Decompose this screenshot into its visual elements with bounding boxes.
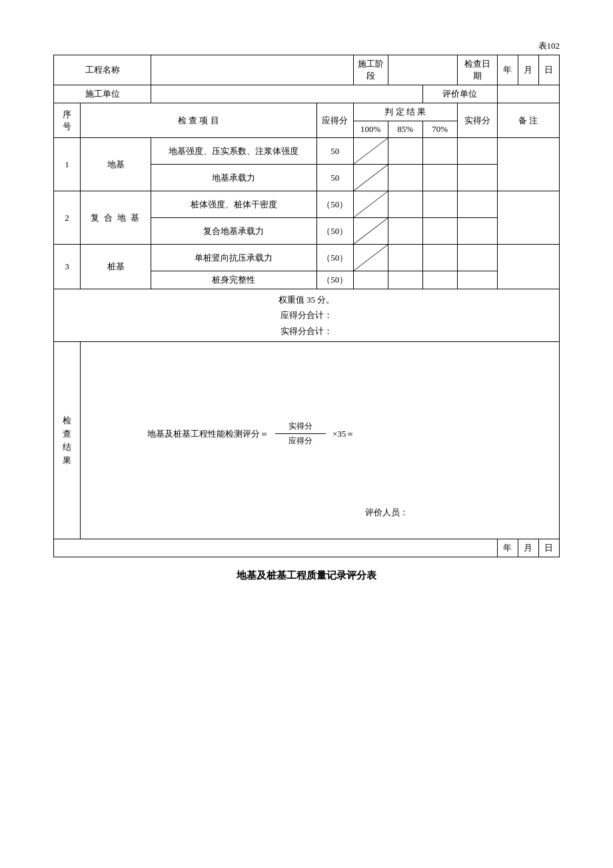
item-3a-pct85 xyxy=(388,245,422,271)
item-1b-actual xyxy=(457,165,497,191)
evaluation-unit-label: 评价单位 xyxy=(422,85,497,103)
construction-stage-value xyxy=(388,55,457,85)
year-label: 年 xyxy=(497,55,518,85)
char-result2: 果 xyxy=(63,455,71,467)
fraction: 实得分 应得分 xyxy=(275,421,326,447)
formula-line: 地基及桩基工程性能检测评分＝ 实得分 应得分 ×35＝ xyxy=(94,421,546,447)
item-3a-score: （50） xyxy=(316,245,353,271)
char-result1: 结 xyxy=(63,441,71,453)
footer-month: 月 xyxy=(518,539,538,557)
item-1b-pct85 xyxy=(388,165,422,191)
item-2b-score: （50） xyxy=(316,218,353,245)
evaluator-label: 评价人员： xyxy=(365,507,408,517)
svg-line-4 xyxy=(354,245,388,271)
seq-1: 1 xyxy=(54,138,81,191)
category-1: 地基 xyxy=(81,138,151,191)
inspection-result-row: 检 查 结 果 地基及桩基工程性能检测评分＝ 实得分 应得分 ×35＝ 评价人员… xyxy=(54,342,560,539)
fraction-numerator: 实得分 xyxy=(275,421,326,434)
should-total: 应得分合计： xyxy=(281,310,332,320)
col-header-row: 序号 检 查 项 目 应得分 判 定 结 果 实得分 备 注 xyxy=(54,103,560,121)
project-name-label: 工程名称 xyxy=(54,55,151,85)
item-3b-pct85 xyxy=(388,271,422,289)
category-2: 复 合 地 基 xyxy=(81,191,151,245)
svg-line-1 xyxy=(354,165,388,191)
remark-col-header: 备 注 xyxy=(497,103,559,138)
item-2a-pct100 xyxy=(353,191,388,218)
footer-empty xyxy=(54,539,498,557)
item-3a-detail: 单桩竖向抗压承载力 xyxy=(151,245,317,271)
item-2b-actual xyxy=(457,218,497,245)
formula-suffix: ×35＝ xyxy=(332,428,354,440)
item-3-remark xyxy=(497,245,559,289)
evaluator-line: 评价人员： xyxy=(94,507,546,519)
evaluation-unit-value xyxy=(497,85,559,103)
item-2b-detail: 复合地基承载力 xyxy=(151,218,317,245)
item-2a-actual xyxy=(457,191,497,218)
item-1a-actual xyxy=(457,138,497,165)
weight-note: 权重值 35 分。 xyxy=(279,295,335,305)
item-3a-actual xyxy=(457,245,497,271)
category-3: 桩基 xyxy=(81,245,151,289)
footer-year: 年 xyxy=(497,539,518,557)
svg-line-3 xyxy=(354,218,388,244)
actual-total: 实得分合计： xyxy=(281,326,332,336)
notes-row: 权重值 35 分。 应得分合计： 实得分合计： xyxy=(54,289,560,342)
item-1a-pct85 xyxy=(388,138,422,165)
char-check: 检 xyxy=(63,415,71,427)
data-row-2a: 2 复 合 地 基 桩体强度、桩体干密度 （50） xyxy=(54,191,560,218)
item-1b-pct70 xyxy=(422,165,457,191)
should-score-col-header: 应得分 xyxy=(316,103,353,138)
item-2b-pct100 xyxy=(353,218,388,245)
item-2b-pct70 xyxy=(422,218,457,245)
inspection-chars: 检 查 结 果 xyxy=(54,408,80,473)
day-label: 日 xyxy=(538,55,559,85)
page-title: 地基及桩基工程质量记录评分表 xyxy=(53,569,560,582)
seq-col-header: 序号 xyxy=(54,103,81,138)
data-row-3a: 3 桩基 单桩竖向抗压承载力 （50） xyxy=(54,245,560,271)
data-row-1a: 1 地基 地基强度、压实系数、注浆体强度 50 xyxy=(54,138,560,165)
judgment-col-header: 判 定 结 果 xyxy=(353,103,457,121)
header-row-2: 施工单位 评价单位 xyxy=(54,85,560,103)
formula-cell: 地基及桩基工程性能检测评分＝ 实得分 应得分 ×35＝ 评价人员： xyxy=(81,342,560,539)
item-3b-pct100 xyxy=(353,271,388,289)
formula-prefix: 地基及桩基工程性能检测评分＝ xyxy=(147,428,269,440)
svg-line-2 xyxy=(354,191,388,217)
item-3a-pct100 xyxy=(353,245,388,271)
char-inspect: 查 xyxy=(63,428,71,440)
item-1a-pct70 xyxy=(422,138,457,165)
pct100-col-header: 100% xyxy=(353,121,388,138)
item-3b-detail: 桩身完整性 xyxy=(151,271,317,289)
footer-row: 年 月 日 xyxy=(54,539,560,557)
construction-stage-label: 施工阶段 xyxy=(353,55,388,85)
footer-day: 日 xyxy=(538,539,559,557)
notes-cell: 权重值 35 分。 应得分合计： 实得分合计： xyxy=(54,289,560,342)
item-1b-detail: 地基承载力 xyxy=(151,165,317,191)
project-name-value xyxy=(151,55,354,85)
seq-2: 2 xyxy=(54,191,81,245)
actual-score-col-header: 实得分 xyxy=(457,103,497,138)
item-1a-pct100 xyxy=(353,138,388,165)
construction-unit-value xyxy=(151,85,423,103)
item-3b-score: （50） xyxy=(316,271,353,289)
pct85-col-header: 85% xyxy=(388,121,422,138)
item-1b-score: 50 xyxy=(316,165,353,191)
header-row-1: 工程名称 施工阶段 检查日期 年 月 日 xyxy=(54,55,560,85)
item-3b-actual xyxy=(457,271,497,289)
check-item-col-header: 检 查 项 目 xyxy=(81,103,317,138)
construction-unit-label: 施工单位 xyxy=(54,85,151,103)
item-3b-pct70 xyxy=(422,271,457,289)
item-2-remark xyxy=(497,191,559,245)
main-table: 工程名称 施工阶段 检查日期 年 月 日 施工单位 评价单位 序号 检 查 项 … xyxy=(53,55,560,557)
inspection-label-cell: 检 查 结 果 xyxy=(54,342,81,539)
inspection-date-label: 检查日期 xyxy=(457,55,497,85)
item-1-remark xyxy=(497,138,559,191)
item-1b-pct100 xyxy=(353,165,388,191)
seq-3: 3 xyxy=(54,245,81,289)
pct70-col-header: 70% xyxy=(422,121,457,138)
item-2a-score: （50） xyxy=(316,191,353,218)
item-2a-detail: 桩体强度、桩体干密度 xyxy=(151,191,317,218)
item-1a-score: 50 xyxy=(316,138,353,165)
item-2b-pct85 xyxy=(388,218,422,245)
item-1a-detail: 地基强度、压实系数、注浆体强度 xyxy=(151,138,317,165)
fraction-denominator: 应得分 xyxy=(275,434,326,447)
